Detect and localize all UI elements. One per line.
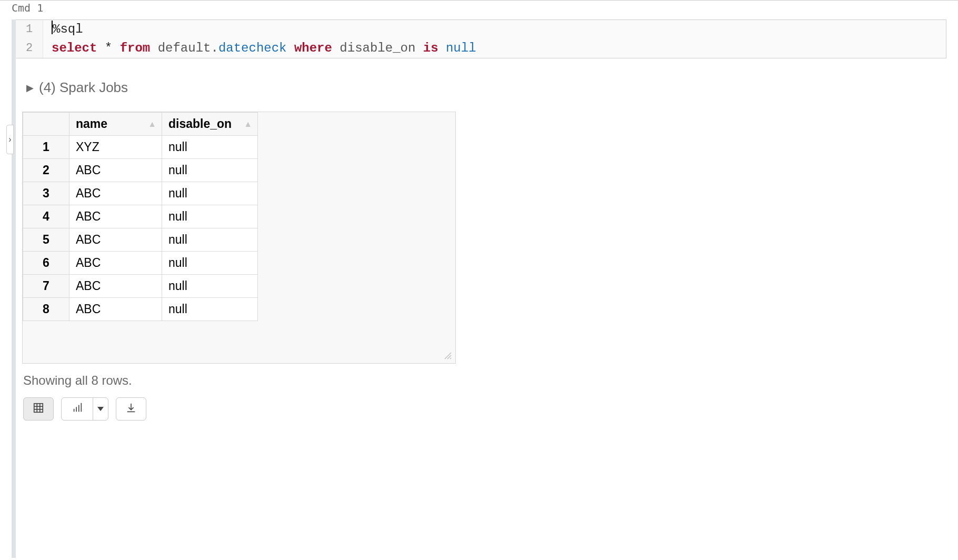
cell-disable-on: null bbox=[162, 136, 258, 159]
kw-is: is bbox=[423, 41, 438, 55]
cell-disable-on: null bbox=[162, 159, 258, 182]
cell-name: ABC bbox=[69, 275, 162, 298]
cell-disable-on: null bbox=[162, 228, 258, 252]
tok-table: datecheck bbox=[218, 41, 287, 55]
table-row[interactable]: 3ABCnull bbox=[23, 182, 258, 205]
code-line-2[interactable]: 2 select * from default.datecheck where … bbox=[16, 39, 946, 58]
bar-chart-icon bbox=[72, 402, 83, 416]
cell-name: ABC bbox=[69, 205, 162, 228]
triangle-right-icon: ▶ bbox=[26, 82, 34, 94]
chart-view-button[interactable] bbox=[62, 398, 93, 420]
cell-name: XYZ bbox=[69, 136, 162, 159]
kw-select: select bbox=[52, 41, 97, 55]
row-index-cell: 2 bbox=[23, 159, 69, 182]
table-row[interactable]: 8ABCnull bbox=[23, 298, 258, 321]
row-count-text: Showing all 8 rows. bbox=[23, 373, 946, 388]
cell-disable-on: null bbox=[162, 205, 258, 228]
cell-disable-on: null bbox=[162, 182, 258, 205]
table-header-row: name ▲ disable_on ▲ bbox=[23, 113, 258, 136]
code-content-1[interactable]: %sql bbox=[43, 20, 83, 39]
gutter-1: 1 bbox=[16, 20, 43, 39]
code-editor[interactable]: 1 %sql 2 select * from default.datecheck… bbox=[16, 19, 946, 58]
code-content-2[interactable]: select * from default.datecheck where di… bbox=[43, 39, 476, 58]
spark-jobs-label: (4) Spark Jobs bbox=[39, 79, 128, 96]
table-row[interactable]: 2ABCnull bbox=[23, 159, 258, 182]
cell-title: Cmd 1 bbox=[0, 1, 958, 15]
cell-name: ABC bbox=[69, 228, 162, 252]
download-icon bbox=[125, 402, 137, 416]
magic-token: %sql bbox=[53, 22, 83, 36]
tok-col: disable_on bbox=[332, 41, 423, 55]
table-body: 1XYZnull2ABCnull3ABCnull4ABCnull5ABCnull… bbox=[23, 136, 258, 321]
svg-rect-0 bbox=[34, 404, 43, 413]
table-view-button[interactable] bbox=[23, 397, 54, 421]
table-row[interactable]: 6ABCnull bbox=[23, 252, 258, 275]
column-header-name-label: name bbox=[76, 117, 107, 131]
output-toolbar bbox=[23, 397, 946, 421]
download-button[interactable] bbox=[116, 397, 146, 421]
cell-name: ABC bbox=[69, 182, 162, 205]
resize-handle-icon[interactable] bbox=[444, 352, 452, 360]
row-index-cell: 8 bbox=[23, 298, 69, 321]
row-index-cell: 6 bbox=[23, 252, 69, 275]
expand-handle[interactable]: › bbox=[6, 125, 14, 154]
cell-name: ABC bbox=[69, 159, 162, 182]
gutter-2: 2 bbox=[16, 39, 43, 58]
tok-star: * bbox=[97, 41, 119, 55]
kw-from: from bbox=[120, 41, 151, 55]
caret-down-icon bbox=[97, 407, 104, 411]
table-icon bbox=[33, 402, 44, 416]
row-index-cell: 4 bbox=[23, 205, 69, 228]
cell-disable-on: null bbox=[162, 252, 258, 275]
result-table-container: name ▲ disable_on ▲ 1XYZnull2ABCnull3ABC… bbox=[22, 112, 456, 364]
code-line-1[interactable]: 1 %sql bbox=[16, 20, 946, 39]
result-table: name ▲ disable_on ▲ 1XYZnull2ABCnull3ABC… bbox=[23, 112, 258, 321]
table-row[interactable]: 5ABCnull bbox=[23, 228, 258, 252]
column-header-disable-on-label: disable_on bbox=[168, 117, 232, 131]
table-row[interactable]: 1XYZnull bbox=[23, 136, 258, 159]
chevron-right-icon: › bbox=[8, 135, 11, 144]
tok-null: null bbox=[438, 41, 476, 55]
column-header-name[interactable]: name ▲ bbox=[69, 113, 162, 136]
tok-schema: default bbox=[150, 41, 211, 55]
cell-name: ABC bbox=[69, 298, 162, 321]
chart-view-dropdown[interactable] bbox=[93, 398, 108, 420]
row-index-header[interactable] bbox=[23, 113, 69, 136]
chart-view-split-button bbox=[61, 397, 108, 421]
cell-name: ABC bbox=[69, 252, 162, 275]
notebook-page: Cmd 1 › 1 %sql 2 select * from default.d… bbox=[0, 0, 958, 560]
sort-icon: ▲ bbox=[244, 119, 252, 129]
tok-dot: . bbox=[211, 41, 218, 55]
cell-body: › 1 %sql 2 select * from default.dateche… bbox=[12, 19, 946, 558]
kw-where: where bbox=[287, 41, 332, 55]
row-index-cell: 5 bbox=[23, 228, 69, 252]
sort-icon: ▲ bbox=[148, 119, 156, 129]
cell-disable-on: null bbox=[162, 275, 258, 298]
column-header-disable-on[interactable]: disable_on ▲ bbox=[162, 113, 258, 136]
table-row[interactable]: 4ABCnull bbox=[23, 205, 258, 228]
spark-jobs-toggle[interactable]: ▶ (4) Spark Jobs bbox=[26, 79, 946, 96]
cell-disable-on: null bbox=[162, 298, 258, 321]
row-index-cell: 7 bbox=[23, 275, 69, 298]
row-index-cell: 3 bbox=[23, 182, 69, 205]
output-area: ▶ (4) Spark Jobs name ▲ disable_on bbox=[16, 58, 946, 421]
table-row[interactable]: 7ABCnull bbox=[23, 275, 258, 298]
row-index-cell: 1 bbox=[23, 136, 69, 159]
